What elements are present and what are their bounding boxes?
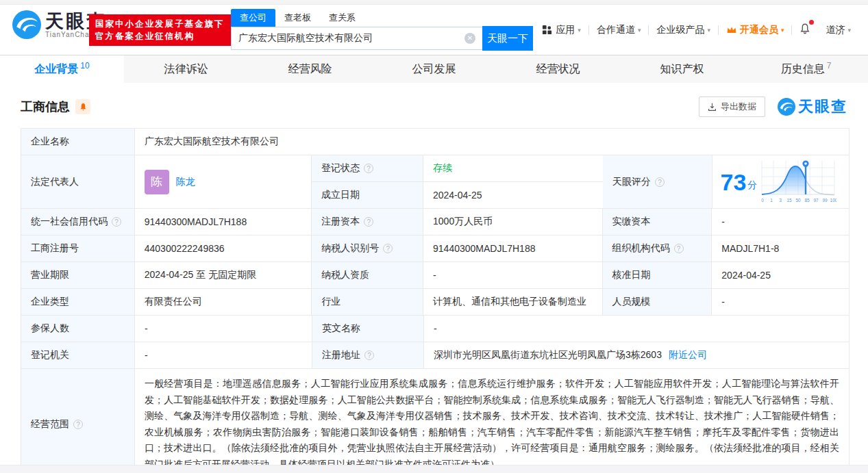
status-substack: 登记状态 ? 存续 成立日期 2024-04-25	[312, 155, 603, 208]
tab-count: 7	[827, 61, 832, 71]
svg-text:15: 15	[787, 198, 793, 203]
table-row: 工商注册号 440300222249836 纳税人识别号 ? 91440300M…	[21, 235, 849, 262]
tab-history-info[interactable]: 历史信息 7	[744, 55, 868, 83]
nearby-companies-link[interactable]: 附近公司	[669, 349, 707, 361]
help-icon[interactable]: ?	[364, 217, 373, 227]
tab-intellectual-property[interactable]: 知识产权	[620, 55, 744, 83]
table-row: 企业类型 有限责任公司 行业 计算机、通信和其他电子设备制造业 人员规模 -	[21, 289, 849, 316]
search-tabs: 查公司 查老板 查关系	[231, 10, 533, 27]
field-label: 英文名称	[312, 316, 424, 342]
section-title: 工商信息	[21, 99, 70, 115]
field-value: -	[135, 316, 312, 342]
score-value: 73	[721, 170, 747, 194]
gov-badge-line1: 国家中小企业发展子基金旗下	[95, 18, 225, 30]
field-label: 经营范围 ?	[21, 369, 135, 473]
tab-label: 经营状况	[536, 62, 580, 77]
tab-label: 历史信息	[781, 62, 825, 77]
table-row: 经营范围 ? 一般经营项目是：地理遥感信息服务；人工智能行业应用系统集成服务；信…	[21, 369, 849, 473]
menu-apps-label: 应用	[556, 24, 575, 36]
gov-badge-line2: 官方备案企业征信机构	[95, 30, 225, 42]
export-data-button[interactable]: 导出数据	[699, 97, 765, 117]
field-label: 纳税人识别号 ?	[312, 235, 423, 261]
field-value: -	[712, 209, 849, 235]
help-icon[interactable]: ?	[383, 244, 393, 253]
score-cell: 73 分	[712, 155, 849, 208]
score-label: 天眼评分	[612, 176, 651, 188]
search-tab-boss[interactable]: 查老板	[275, 9, 320, 27]
reg-status-label: 登记状态	[321, 162, 360, 175]
field-label: 成立日期	[312, 182, 423, 208]
legal-rep-link[interactable]: 陈龙	[176, 176, 195, 188]
help-icon[interactable]: ?	[655, 177, 665, 187]
menu-vip-label: 开通会员	[740, 24, 778, 36]
page-tabs: 企业背景 10 法律诉讼 经营风险 公司发展 经营状况 知识产权 历史信息 7	[0, 55, 868, 83]
watermark-text: 天眼查	[798, 97, 847, 117]
tab-company-development[interactable]: 公司发展	[372, 55, 496, 83]
crown-icon	[726, 25, 737, 35]
tab-operating-status[interactable]: 经营状况	[496, 55, 620, 83]
search-tab-relation[interactable]: 查关系	[320, 9, 364, 27]
field-label: 法定代表人	[21, 155, 135, 208]
reg-status-value: 存续	[423, 155, 603, 181]
field-value: 91440300MADJL7H188	[423, 235, 603, 261]
monitor-bell-button[interactable]	[75, 99, 90, 114]
chevron-down-icon: ▾	[578, 27, 581, 34]
menu-apps[interactable]: 应用 ▾	[534, 24, 588, 36]
tab-legal-litigation[interactable]: 法律诉讼	[124, 55, 248, 83]
top-menu: 应用 ▾ 合作通道 ▾ 企业级产品 ▾ 开通会员 ▾	[534, 23, 858, 37]
tab-operating-risk[interactable]: 经营风险	[248, 55, 372, 83]
menu-enterprise-label: 企业级产品	[656, 24, 704, 36]
field-label: 企业类型	[21, 289, 135, 315]
table-row: 法定代表人 陈 陈龙 登记状态 ? 存续 成立日期 2024-04-25 天眼评…	[21, 155, 849, 209]
logo-swirl-icon	[778, 98, 795, 116]
field-value: 有限责任公司	[135, 289, 312, 315]
company-name-value: 广东宏大国际航空技术有限公司	[135, 129, 849, 155]
field-label: 参保人数	[21, 316, 135, 342]
field-label: 纳税人资质	[312, 262, 423, 288]
tianyancha-watermark: 天眼查	[778, 97, 847, 117]
search-tab-company[interactable]: 查公司	[231, 9, 275, 27]
registered-address: 深圳市光明区凤凰街道东坑社区光明凤凰广场3栋2603	[434, 349, 662, 361]
score-unit: 分	[747, 179, 757, 192]
field-label: 核准日期	[603, 262, 712, 288]
svg-text:85: 85	[805, 198, 810, 203]
search-box: ✕	[231, 27, 482, 50]
field-value: 2024-04-25	[712, 262, 849, 288]
field-label: 实缴资本	[603, 209, 712, 235]
table-row: 企业名称 广东宏大国际航空技术有限公司	[21, 129, 849, 155]
menu-cooperation[interactable]: 合作通道 ▾	[589, 24, 649, 36]
menu-vip[interactable]: 开通会员 ▾	[719, 24, 792, 36]
notifications-button[interactable]	[792, 23, 818, 37]
menu-enterprise-products[interactable]: 企业级产品 ▾	[649, 24, 718, 36]
search-input[interactable]	[232, 33, 464, 44]
business-scope-value: 一般经营项目是：地理遥感信息服务；人工智能行业应用系统集成服务；信息系统运行维护…	[135, 369, 849, 473]
avatar[interactable]: 陈	[145, 170, 169, 194]
field-label: 注册地址 ?	[312, 342, 424, 368]
help-icon[interactable]: ?	[674, 244, 684, 253]
bell-icon	[79, 103, 88, 112]
menu-user[interactable]: 道济 ▾	[818, 24, 858, 36]
clear-search-icon[interactable]: ✕	[464, 33, 475, 44]
tab-label: 企业背景	[34, 62, 78, 77]
svg-text:100: 100	[830, 198, 836, 203]
bell-icon	[799, 23, 811, 35]
tab-company-background[interactable]: 企业背景 10	[0, 55, 124, 83]
chevron-down-icon: ▾	[781, 27, 784, 34]
header: 天眼查 TianYanCha.com 国家中小企业发展子基金旗下 官方备案企业征…	[0, 5, 868, 55]
field-value: 计算机、通信和其他电子设备制造业	[423, 289, 603, 315]
field-label: 统一社会信用代码 ?	[21, 209, 135, 235]
field-value: MADJL7H1-8	[712, 235, 849, 261]
field-value: 1000万人民币	[423, 209, 603, 235]
score-axis-ticks: 0 1 3 15 50 85 97 99 100	[762, 198, 837, 203]
chevron-down-icon: ▾	[638, 27, 641, 34]
tab-label: 经营风险	[288, 62, 332, 77]
help-icon[interactable]: ?	[73, 420, 83, 429]
help-icon[interactable]: ?	[112, 217, 121, 227]
search-area: 查公司 查老板 查关系 ✕ 天眼一下	[231, 10, 533, 51]
field-label: 登记状态 ?	[312, 155, 423, 181]
score-pin-icon	[803, 160, 809, 168]
help-icon[interactable]: ?	[364, 164, 373, 173]
search-button[interactable]: 天眼一下	[482, 26, 533, 51]
field-value: 440300222249836	[135, 235, 312, 261]
help-icon[interactable]: ?	[364, 350, 374, 360]
